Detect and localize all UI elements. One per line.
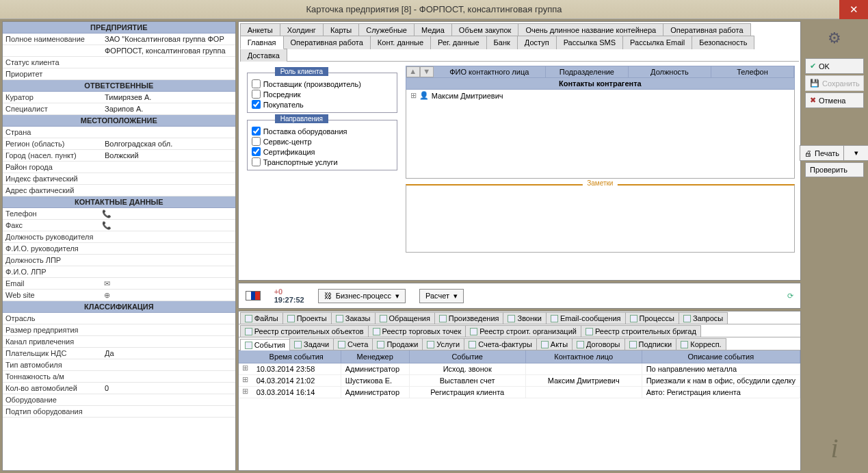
- property-row[interactable]: Должность ЛПР: [3, 255, 235, 266]
- ok-button[interactable]: ✔OK: [805, 58, 864, 74]
- event-row[interactable]: ⊞04.03.2014 21:02Шустикова Е.Выставлен с…: [239, 375, 800, 387]
- checkbox-input[interactable]: [252, 127, 261, 136]
- tab-Карты[interactable]: Карты: [323, 23, 359, 36]
- print-button[interactable]: 🖨Печать: [800, 145, 844, 161]
- property-row[interactable]: Оборудование: [3, 394, 235, 406]
- close-button[interactable]: ✕: [839, 0, 868, 19]
- cancel-button[interactable]: ✖Отмена: [805, 92, 864, 108]
- mini-tab-Обращения[interactable]: Обращения: [375, 312, 435, 324]
- property-row[interactable]: Подтип оборудования: [3, 406, 235, 418]
- mini-tab-Акты[interactable]: Акты: [536, 338, 573, 350]
- calc-combo[interactable]: Расчет ▾: [419, 289, 464, 303]
- property-row[interactable]: Приоритет: [3, 68, 235, 80]
- property-value[interactable]: [102, 318, 235, 319]
- print-dropdown[interactable]: ▾: [844, 145, 868, 161]
- mini-tab-Реестр строительных бригад[interactable]: Реестр строительных бригад: [581, 325, 701, 337]
- tab-Анкеты[interactable]: Анкеты: [240, 23, 280, 36]
- mini-tab-Договоры[interactable]: Договоры: [572, 338, 624, 350]
- contacts-list[interactable]: ⊞ 👤 Максим Дмитриевич: [406, 90, 795, 179]
- col-dept[interactable]: Подразделение: [546, 66, 629, 77]
- tab-Рассылка Email[interactable]: Рассылка Email: [622, 36, 692, 49]
- mini-tab-Процессы[interactable]: Процессы: [625, 312, 679, 324]
- tab-Доступ[interactable]: Доступ: [517, 36, 557, 49]
- col-manager[interactable]: Менеджер: [341, 350, 410, 363]
- mini-tab-Запросы[interactable]: Запросы: [679, 312, 728, 324]
- col-fio[interactable]: ФИО контактного лица: [434, 66, 546, 77]
- property-row[interactable]: Email✉: [3, 278, 235, 290]
- tab-Банк[interactable]: Банк: [486, 36, 518, 49]
- save-button[interactable]: 💾Сохранить: [805, 75, 864, 91]
- property-value[interactable]: Да: [102, 348, 235, 358]
- property-row[interactable]: Город (насел. пункт)Волжский: [3, 150, 235, 162]
- property-value[interactable]: 0: [102, 383, 235, 393]
- property-row[interactable]: Должность руководителя: [3, 231, 235, 243]
- property-value[interactable]: Волгоградская обл.: [102, 139, 235, 149]
- mini-tab-События[interactable]: События: [240, 339, 290, 350]
- property-value[interactable]: ЗАО "Консалтинговая группа ФОР: [102, 34, 235, 44]
- col-phone[interactable]: Телефон: [711, 66, 794, 77]
- gear-icon[interactable]: ⚙: [828, 29, 841, 47]
- contact-row[interactable]: ⊞ 👤 Максим Дмитриевич: [406, 90, 794, 101]
- mini-tab-Подписки[interactable]: Подписки: [624, 338, 677, 350]
- property-value[interactable]: [102, 62, 235, 63]
- property-row[interactable]: Размер предприятия: [3, 324, 235, 336]
- property-row[interactable]: Страна: [3, 127, 235, 138]
- property-row[interactable]: Телефон📞: [3, 208, 235, 220]
- tab-Конт. данные[interactable]: Конт. данные: [370, 36, 431, 49]
- property-value[interactable]: [102, 73, 235, 75]
- property-value[interactable]: [102, 411, 235, 412]
- col-contact[interactable]: Контактное лицо: [526, 350, 642, 363]
- move-down-button[interactable]: ▼: [420, 66, 434, 77]
- property-value[interactable]: [102, 399, 235, 400]
- tab-Безопасность[interactable]: Безопасность: [692, 36, 754, 49]
- property-row[interactable]: ФОРПОСТ, консалтинговая группа: [3, 45, 235, 57]
- tab-Рег. данные[interactable]: Рег. данные: [430, 36, 486, 49]
- mini-tab-Услуги[interactable]: Услуги: [422, 338, 464, 350]
- property-value[interactable]: [102, 364, 235, 366]
- checkbox-Сертификация[interactable]: Сертификация: [252, 146, 393, 157]
- property-row[interactable]: Канал привлечения: [3, 336, 235, 348]
- property-value[interactable]: [102, 271, 235, 272]
- property-row[interactable]: Индекс фактический: [3, 173, 235, 185]
- expand-icon[interactable]: ⊞: [239, 363, 252, 374]
- property-row[interactable]: Район города: [3, 162, 235, 173]
- mini-tab-Email-сообщения[interactable]: Email-сообщения: [546, 312, 626, 324]
- mini-tab-Заказы[interactable]: Заказы: [331, 312, 376, 324]
- property-value[interactable]: [102, 376, 235, 377]
- property-row[interactable]: Тип автомобиля: [3, 359, 235, 371]
- tab-Оперативная работа[interactable]: Оперативная работа: [663, 23, 750, 36]
- property-row[interactable]: Адрес фактический: [3, 185, 235, 196]
- property-row[interactable]: Статус клиента: [3, 57, 235, 68]
- property-row[interactable]: КураторТимирязев А.: [3, 92, 235, 103]
- check-button[interactable]: Проверить: [805, 162, 864, 177]
- tab-Главная[interactable]: Главная: [240, 36, 284, 49]
- property-row[interactable]: Тоннажность а/м: [3, 371, 235, 383]
- col-pos[interactable]: Должность: [629, 66, 711, 77]
- property-row[interactable]: Регион (область)Волгоградская обл.: [3, 138, 235, 150]
- property-value[interactable]: Зарипов А.: [102, 104, 235, 114]
- property-value[interactable]: [102, 131, 235, 133]
- checkbox-input[interactable]: [252, 157, 261, 166]
- mini-tab-Реестр строит. организаций[interactable]: Реестр строит. организаций: [465, 325, 581, 337]
- expand-icon[interactable]: ⊞: [239, 387, 252, 398]
- checkbox-Транспортные услуги[interactable]: Транспортные услуги: [252, 157, 393, 167]
- property-row[interactable]: Web site⊕: [3, 290, 235, 301]
- move-up-button[interactable]: ▲: [406, 66, 420, 77]
- property-value[interactable]: [102, 341, 235, 342]
- checkbox-Покупатель[interactable]: Покупатель: [252, 99, 393, 110]
- tab-Рассылка SMS[interactable]: Рассылка SMS: [556, 36, 623, 49]
- info-icon[interactable]: i: [804, 432, 865, 464]
- event-row[interactable]: ⊞10.03.2014 23:58АдминистраторИсход. зво…: [239, 363, 800, 375]
- mini-tab-Корресп.[interactable]: Корресп.: [676, 338, 726, 350]
- mini-tab-Реестр торговых точек[interactable]: Реестр торговых точек: [368, 325, 466, 337]
- tab-Холдинг[interactable]: Холдинг: [280, 23, 324, 36]
- expand-icon[interactable]: ⊞: [239, 375, 252, 386]
- mini-tab-Проекты[interactable]: Проекты: [282, 312, 332, 324]
- mini-tab-Файлы[interactable]: Файлы: [240, 312, 283, 324]
- property-row[interactable]: Отрасль: [3, 313, 235, 324]
- property-value[interactable]: [102, 166, 235, 168]
- col-desc[interactable]: Описание события: [642, 350, 800, 363]
- property-value[interactable]: [102, 248, 235, 249]
- property-value[interactable]: [102, 259, 235, 261]
- property-row[interactable]: Факс📞: [3, 220, 235, 231]
